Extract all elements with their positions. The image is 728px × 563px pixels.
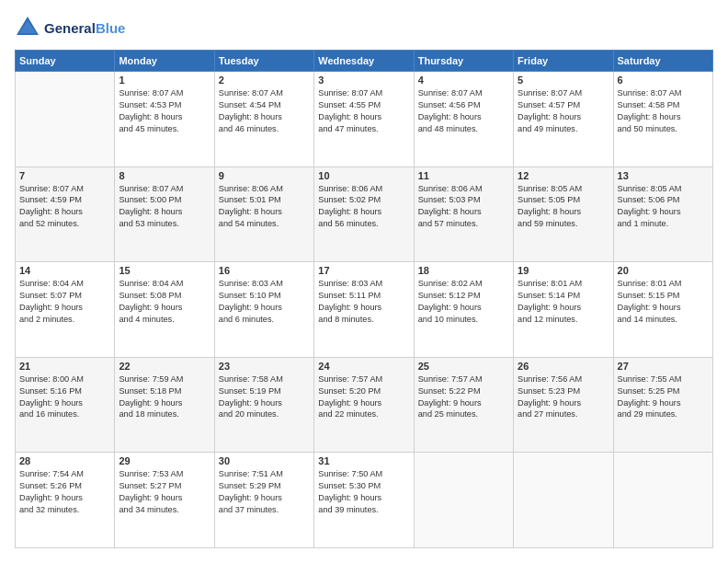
day-number: 24 xyxy=(318,361,409,372)
day-number: 26 xyxy=(518,361,609,372)
calendar-cell: 21Sunrise: 8:00 AMSunset: 5:16 PMDayligh… xyxy=(16,357,115,453)
day-info: Sunrise: 7:59 AMSunset: 5:18 PMDaylight:… xyxy=(119,373,210,421)
day-info: Sunrise: 7:51 AMSunset: 5:29 PMDaylight:… xyxy=(219,468,310,516)
week-row-1: 7Sunrise: 8:07 AMSunset: 4:59 PMDaylight… xyxy=(16,167,713,262)
day-info: Sunrise: 8:07 AMSunset: 4:58 PMDaylight:… xyxy=(618,87,709,135)
calendar-cell: 2Sunrise: 8:07 AMSunset: 4:54 PMDaylight… xyxy=(214,72,313,167)
calendar-cell: 8Sunrise: 8:07 AMSunset: 5:00 PMDaylight… xyxy=(115,167,214,262)
day-number: 6 xyxy=(618,75,709,86)
calendar-cell: 28Sunrise: 7:54 AMSunset: 5:26 PMDayligh… xyxy=(16,453,115,548)
calendar-cell: 7Sunrise: 8:07 AMSunset: 4:59 PMDaylight… xyxy=(16,167,115,262)
header: GeneralBlue xyxy=(15,15,713,40)
day-info: Sunrise: 7:54 AMSunset: 5:26 PMDaylight:… xyxy=(19,468,110,516)
calendar-cell: 4Sunrise: 8:07 AMSunset: 4:56 PMDaylight… xyxy=(414,72,513,167)
calendar-cell: 17Sunrise: 8:03 AMSunset: 5:11 PMDayligh… xyxy=(314,262,414,358)
calendar-cell: 1Sunrise: 8:07 AMSunset: 4:53 PMDaylight… xyxy=(115,72,214,167)
day-number: 13 xyxy=(618,170,709,181)
day-number: 8 xyxy=(119,170,210,181)
calendar-cell xyxy=(414,453,513,548)
day-info: Sunrise: 8:04 AMSunset: 5:07 PMDaylight:… xyxy=(19,278,110,326)
day-number: 25 xyxy=(418,361,509,372)
week-row-0: 1Sunrise: 8:07 AMSunset: 4:53 PMDaylight… xyxy=(16,72,713,167)
day-info: Sunrise: 8:03 AMSunset: 5:10 PMDaylight:… xyxy=(219,278,310,326)
calendar-cell: 5Sunrise: 8:07 AMSunset: 4:57 PMDaylight… xyxy=(514,72,613,167)
day-number: 10 xyxy=(318,170,409,181)
calendar-cell: 31Sunrise: 7:50 AMSunset: 5:30 PMDayligh… xyxy=(314,453,414,548)
calendar-cell: 23Sunrise: 7:58 AMSunset: 5:19 PMDayligh… xyxy=(214,357,313,453)
day-number: 23 xyxy=(219,361,310,372)
calendar-cell: 9Sunrise: 8:06 AMSunset: 5:01 PMDaylight… xyxy=(214,167,313,262)
day-info: Sunrise: 8:07 AMSunset: 4:53 PMDaylight:… xyxy=(119,87,210,135)
day-info: Sunrise: 7:58 AMSunset: 5:19 PMDaylight:… xyxy=(219,373,310,421)
week-row-2: 14Sunrise: 8:04 AMSunset: 5:07 PMDayligh… xyxy=(16,262,713,358)
calendar-table: SundayMondayTuesdayWednesdayThursdayFrid… xyxy=(15,50,713,548)
day-number: 9 xyxy=(219,170,310,181)
day-number: 4 xyxy=(418,75,509,86)
calendar-cell: 6Sunrise: 8:07 AMSunset: 4:58 PMDaylight… xyxy=(613,72,712,167)
day-number: 5 xyxy=(518,75,609,86)
day-info: Sunrise: 8:07 AMSunset: 5:00 PMDaylight:… xyxy=(119,183,210,231)
calendar-cell: 22Sunrise: 7:59 AMSunset: 5:18 PMDayligh… xyxy=(115,357,214,453)
day-number: 3 xyxy=(318,75,409,86)
day-number: 11 xyxy=(418,170,509,181)
calendar-cell xyxy=(613,453,712,548)
weekday-header-thursday: Thursday xyxy=(414,51,513,72)
calendar-cell: 18Sunrise: 8:02 AMSunset: 5:12 PMDayligh… xyxy=(414,262,513,358)
calendar-cell xyxy=(514,453,613,548)
weekday-header-saturday: Saturday xyxy=(613,51,712,72)
weekday-header-friday: Friday xyxy=(514,51,613,72)
day-info: Sunrise: 8:04 AMSunset: 5:08 PMDaylight:… xyxy=(119,278,210,326)
calendar-cell: 3Sunrise: 8:07 AMSunset: 4:55 PMDaylight… xyxy=(314,72,414,167)
day-number: 17 xyxy=(318,265,409,276)
day-info: Sunrise: 7:50 AMSunset: 5:30 PMDaylight:… xyxy=(318,468,409,516)
calendar-cell: 26Sunrise: 7:56 AMSunset: 5:23 PMDayligh… xyxy=(514,357,613,453)
day-info: Sunrise: 7:53 AMSunset: 5:27 PMDaylight:… xyxy=(119,468,210,516)
day-info: Sunrise: 7:55 AMSunset: 5:25 PMDaylight:… xyxy=(618,373,709,421)
day-number: 29 xyxy=(119,455,210,466)
calendar-cell: 20Sunrise: 8:01 AMSunset: 5:15 PMDayligh… xyxy=(613,262,712,358)
calendar-cell: 15Sunrise: 8:04 AMSunset: 5:08 PMDayligh… xyxy=(115,262,214,358)
day-info: Sunrise: 7:57 AMSunset: 5:22 PMDaylight:… xyxy=(418,373,509,421)
day-number: 18 xyxy=(418,265,509,276)
weekday-header-tuesday: Tuesday xyxy=(214,51,313,72)
calendar-cell: 14Sunrise: 8:04 AMSunset: 5:07 PMDayligh… xyxy=(16,262,115,358)
day-info: Sunrise: 8:00 AMSunset: 5:16 PMDaylight:… xyxy=(19,373,110,421)
logo: GeneralBlue xyxy=(15,15,125,40)
day-number: 28 xyxy=(19,455,110,466)
calendar-cell: 25Sunrise: 7:57 AMSunset: 5:22 PMDayligh… xyxy=(414,357,513,453)
logo-icon xyxy=(15,15,40,40)
day-info: Sunrise: 8:06 AMSunset: 5:01 PMDaylight:… xyxy=(219,183,310,231)
calendar-cell: 13Sunrise: 8:05 AMSunset: 5:06 PMDayligh… xyxy=(613,167,712,262)
day-number: 27 xyxy=(618,361,709,372)
day-number: 7 xyxy=(19,170,110,181)
logo-text: GeneralBlue xyxy=(44,20,125,36)
day-info: Sunrise: 7:57 AMSunset: 5:20 PMDaylight:… xyxy=(318,373,409,421)
weekday-header-monday: Monday xyxy=(115,51,214,72)
day-number: 31 xyxy=(318,455,409,466)
day-info: Sunrise: 8:05 AMSunset: 5:05 PMDaylight:… xyxy=(518,183,609,231)
page: GeneralBlue SundayMondayTuesdayWednesday… xyxy=(0,0,728,563)
day-info: Sunrise: 8:07 AMSunset: 4:57 PMDaylight:… xyxy=(518,87,609,135)
weekday-header-wednesday: Wednesday xyxy=(314,51,414,72)
calendar-cell xyxy=(16,72,115,167)
day-info: Sunrise: 8:05 AMSunset: 5:06 PMDaylight:… xyxy=(618,183,709,231)
weekday-header-row: SundayMondayTuesdayWednesdayThursdayFrid… xyxy=(16,51,713,72)
calendar-cell: 29Sunrise: 7:53 AMSunset: 5:27 PMDayligh… xyxy=(115,453,214,548)
day-number: 1 xyxy=(119,75,210,86)
day-number: 21 xyxy=(19,361,110,372)
calendar-cell: 16Sunrise: 8:03 AMSunset: 5:10 PMDayligh… xyxy=(214,262,313,358)
day-number: 19 xyxy=(518,265,609,276)
day-info: Sunrise: 8:01 AMSunset: 5:15 PMDaylight:… xyxy=(618,278,709,326)
day-info: Sunrise: 8:07 AMSunset: 4:55 PMDaylight:… xyxy=(318,87,409,135)
calendar-cell: 11Sunrise: 8:06 AMSunset: 5:03 PMDayligh… xyxy=(414,167,513,262)
calendar-cell: 24Sunrise: 7:57 AMSunset: 5:20 PMDayligh… xyxy=(314,357,414,453)
weekday-header-sunday: Sunday xyxy=(16,51,115,72)
calendar-cell: 12Sunrise: 8:05 AMSunset: 5:05 PMDayligh… xyxy=(514,167,613,262)
day-info: Sunrise: 8:06 AMSunset: 5:02 PMDaylight:… xyxy=(318,183,409,231)
calendar-cell: 30Sunrise: 7:51 AMSunset: 5:29 PMDayligh… xyxy=(214,453,313,548)
day-number: 16 xyxy=(219,265,310,276)
day-info: Sunrise: 8:02 AMSunset: 5:12 PMDaylight:… xyxy=(418,278,509,326)
day-info: Sunrise: 8:01 AMSunset: 5:14 PMDaylight:… xyxy=(518,278,609,326)
day-info: Sunrise: 7:56 AMSunset: 5:23 PMDaylight:… xyxy=(518,373,609,421)
calendar-cell: 19Sunrise: 8:01 AMSunset: 5:14 PMDayligh… xyxy=(514,262,613,358)
